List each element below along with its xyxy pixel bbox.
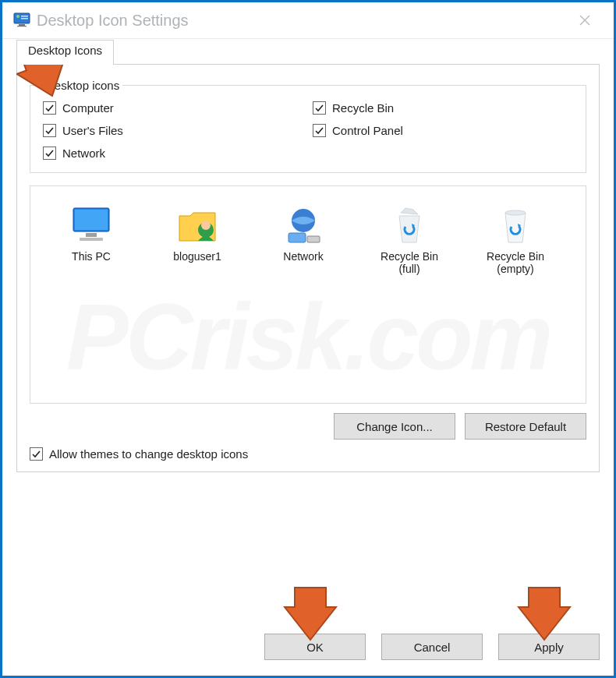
tabs-row: Desktop Icons	[16, 39, 600, 64]
restore-default-button[interactable]: Restore Default	[465, 413, 586, 440]
preview-label: Recycle Bin	[464, 250, 567, 263]
change-icon-button[interactable]: Change Icon...	[334, 413, 455, 440]
preview-label: Recycle Bin	[358, 250, 461, 263]
recycle-bin-full-icon	[358, 202, 461, 245]
checkbox-label: Allow themes to change desktop icons	[49, 447, 248, 461]
icon-buttons-row: Change Icon... Restore Default	[30, 413, 586, 440]
network-icon	[252, 202, 355, 245]
dialog-footer: OK Cancel Apply	[2, 634, 614, 676]
checkmark-icon	[43, 124, 56, 137]
checkbox-label: Computer	[62, 101, 114, 115]
preview-recycle-bin-full[interactable]: Recycle Bin (full)	[358, 199, 461, 278]
desktop-icons-group: Desktop icons Computer Recycle Bin	[30, 79, 586, 173]
checkmark-icon	[313, 124, 326, 137]
cancel-button[interactable]: Cancel	[381, 634, 483, 660]
tab-desktop-icons[interactable]: Desktop Icons	[16, 40, 114, 65]
svg-rect-13	[289, 233, 306, 242]
checkmark-icon	[30, 447, 43, 461]
checkbox-label: Control Panel	[332, 124, 403, 137]
svg-rect-2	[17, 26, 27, 26]
checkbox-label: Recycle Bin	[332, 101, 394, 115]
svg-rect-7	[75, 210, 108, 230]
checkbox-allow-themes[interactable]: Allow themes to change desktop icons	[30, 447, 586, 461]
svg-rect-1	[19, 24, 25, 26]
desktop-icon-settings-window: Desktop Icon Settings PCrisk.com Desktop…	[0, 0, 616, 678]
preview-label: Network	[252, 250, 355, 263]
client-area: PCrisk.com Desktop Icons Desktop icons C…	[2, 38, 614, 634]
svg-point-15	[505, 210, 526, 215]
checkbox-label: Network	[62, 147, 105, 160]
app-icon	[13, 11, 30, 30]
checkbox-users-files[interactable]: User's Files	[43, 124, 303, 137]
svg-rect-9	[80, 238, 103, 241]
svg-point-11	[201, 221, 211, 230]
checkmark-icon	[43, 101, 56, 115]
preview-recycle-bin-empty[interactable]: Recycle Bin (empty)	[464, 199, 567, 278]
svg-rect-8	[86, 233, 97, 237]
apply-button[interactable]: Apply	[498, 634, 600, 660]
checkbox-grid: Computer Recycle Bin User's Files	[43, 101, 573, 160]
checkbox-computer[interactable]: Computer	[43, 101, 303, 115]
checkbox-control-panel[interactable]: Control Panel	[313, 124, 573, 137]
checkmark-icon	[313, 101, 326, 115]
checkbox-recycle-bin[interactable]: Recycle Bin	[313, 101, 573, 115]
group-legend: Desktop icons	[43, 79, 122, 92]
computer-icon	[40, 202, 143, 245]
recycle-bin-empty-icon	[464, 202, 567, 245]
svg-point-3	[16, 15, 19, 18]
checkbox-label: User's Files	[62, 124, 123, 137]
checkbox-network[interactable]: Network	[43, 147, 303, 160]
preview-sublabel: (full)	[358, 263, 461, 275]
tab-panel: Desktop icons Computer Recycle Bin	[16, 64, 600, 472]
preview-sublabel: (empty)	[464, 263, 567, 275]
user-folder-icon	[146, 202, 249, 245]
ok-button[interactable]: OK	[264, 634, 366, 660]
allow-themes-row: Allow themes to change desktop icons	[30, 447, 586, 461]
preview-this-pc[interactable]: This PC	[40, 199, 143, 278]
icon-preview-box: This PC bloguser1	[30, 185, 586, 404]
preview-label: This PC	[40, 250, 143, 263]
svg-rect-4	[21, 16, 28, 17]
close-button[interactable]	[567, 2, 603, 38]
window-title: Desktop Icon Settings	[37, 12, 189, 30]
preview-label: bloguser1	[146, 250, 249, 263]
checkmark-icon	[43, 147, 56, 160]
preview-network[interactable]: Network	[252, 199, 355, 278]
titlebar: Desktop Icon Settings	[2, 2, 614, 38]
preview-user-folder[interactable]: bloguser1	[146, 199, 249, 278]
svg-rect-5	[21, 18, 28, 19]
svg-rect-14	[307, 236, 320, 242]
